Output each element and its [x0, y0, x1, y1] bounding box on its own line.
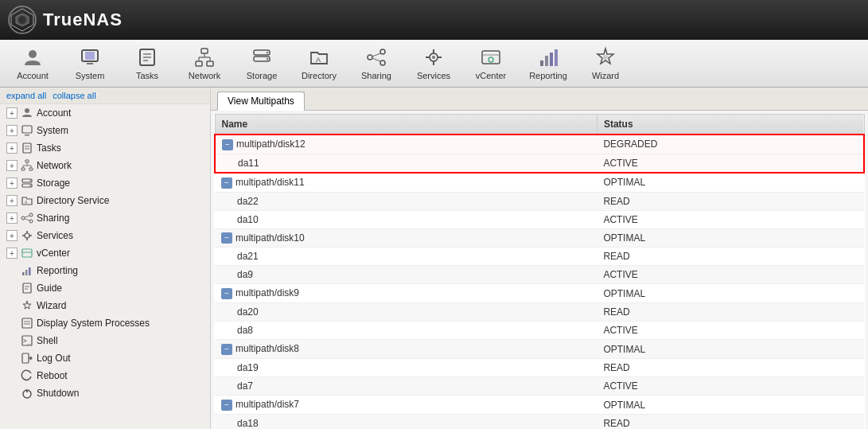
sidebar-storage-label: Storage [37, 177, 70, 189]
expand-icon-network[interactable]: + [6, 160, 18, 171]
collapse-icon[interactable]: − [221, 232, 232, 244]
toolbar-tasks[interactable]: Tasks [119, 42, 176, 85]
toolbar-directory[interactable]: A Directory [290, 42, 348, 85]
table-row: da18READ [215, 414, 864, 429]
table-row: da9ACTIVE [215, 266, 864, 284]
sidebar-item-tasks[interactable]: + Tasks [0, 139, 210, 157]
toolbar-network-label: Network [189, 71, 220, 80]
row-name: da21 [215, 248, 597, 266]
svg-rect-47 [25, 160, 29, 162]
row-name: da8 [215, 322, 597, 340]
expand-icon-services[interactable]: + [6, 230, 18, 241]
sidebar-item-guide[interactable]: Guide [0, 279, 210, 297]
sidebar-wizard-label: Wizard [37, 300, 66, 311]
toolbar-storage[interactable]: Storage [233, 42, 290, 85]
sidebar-item-shutdown[interactable]: Shutdown [0, 384, 210, 402]
svg-rect-49 [29, 168, 33, 170]
collapse-all-link[interactable]: collapse all [53, 91, 95, 100]
sidebar-item-network[interactable]: + Network [0, 157, 210, 174]
tasks-sidebar-icon [21, 142, 33, 154]
sidebar-item-services[interactable]: + Services [0, 227, 210, 244]
sidebar-item-account[interactable]: + Account [0, 104, 210, 122]
main-layout: expand all collapse all + Account + Syst… [0, 88, 868, 429]
row-status: OPTIMAL [597, 284, 864, 303]
sidebar-sharing-label: Sharing [37, 213, 69, 224]
row-name: −multipath/disk7 [215, 396, 597, 415]
row-status: READ [597, 303, 864, 322]
sidebar-item-reporting[interactable]: Reporting [0, 262, 210, 279]
sidebar-item-vcenter[interactable]: + vCenter [0, 244, 210, 262]
sidebar-item-storage[interactable]: + Storage [0, 174, 210, 192]
collapse-icon[interactable]: − [222, 139, 233, 150]
toolbar-account[interactable]: Account [4, 42, 61, 85]
svg-rect-48 [21, 168, 25, 170]
toolbar-wizard[interactable]: Wizard [577, 42, 634, 85]
toolbar-services[interactable]: Services [405, 42, 462, 85]
storage-icon [251, 46, 273, 68]
expand-icon-vcenter[interactable]: + [6, 248, 18, 259]
reboot-sidebar-icon [21, 369, 33, 382]
svg-rect-5 [87, 63, 93, 64]
shutdown-sidebar-icon [21, 387, 33, 400]
toolbar-wizard-label: Wizard [592, 71, 619, 80]
sharing-sidebar-icon [21, 212, 33, 224]
svg-line-63 [25, 219, 29, 220]
sidebar-controls: expand all collapse all [0, 88, 210, 104]
toolbar-vcenter[interactable]: vCenter [462, 42, 520, 85]
expand-icon-storage[interactable]: + [6, 177, 18, 189]
svg-point-2 [29, 50, 37, 58]
sidebar-item-reboot[interactable]: Reboot [0, 367, 210, 384]
svg-rect-37 [545, 56, 548, 66]
processes-sidebar-icon [21, 317, 33, 330]
sidebar-item-system[interactable]: + System [0, 122, 210, 139]
tab-view-multipaths[interactable]: View Multipaths [217, 92, 305, 111]
row-name: da20 [215, 303, 597, 322]
row-status: READ [597, 414, 864, 429]
directory-icon: A [308, 46, 330, 68]
toolbar-services-label: Services [417, 71, 450, 80]
sidebar-item-sharing[interactable]: + Sharing [0, 209, 210, 227]
sidebar-account-label: Account [37, 107, 71, 119]
expand-icon-system[interactable]: + [6, 125, 18, 136]
sidebar-shell-label: Shell [37, 335, 58, 346]
collapse-icon[interactable]: − [221, 288, 232, 299]
row-name: da10 [215, 210, 597, 228]
system-sidebar-icon [21, 124, 33, 137]
tab-bar: View Multipaths [211, 88, 868, 111]
expand-icon-account[interactable]: + [6, 107, 18, 119]
expand-icon-tasks[interactable]: + [6, 142, 18, 154]
svg-point-19 [267, 52, 269, 54]
svg-rect-10 [201, 49, 208, 53]
sidebar-item-display-processes[interactable]: Display System Processes [0, 314, 210, 332]
table-row: da19READ [215, 359, 864, 377]
sidebar-item-directory-service[interactable]: + A Directory Service [0, 192, 210, 209]
svg-rect-71 [22, 272, 25, 275]
sidebar-shutdown-label: Shutdown [37, 388, 79, 399]
svg-rect-4 [85, 52, 95, 60]
table-row: da7ACTIVE [215, 377, 864, 396]
expand-icon-sharing[interactable]: + [6, 213, 18, 224]
svg-point-22 [380, 49, 385, 54]
row-status: OPTIMAL [597, 228, 864, 248]
wizard-sidebar-icon [21, 299, 33, 312]
expand-icon-directory[interactable]: + [6, 195, 18, 206]
expand-all-link[interactable]: expand all [6, 91, 46, 100]
sidebar-item-logout[interactable]: Log Out [0, 349, 210, 367]
toolbar-network[interactable]: Network [176, 42, 233, 85]
collapse-icon[interactable]: − [221, 177, 232, 189]
table-row: −multipath/disk8OPTIMAL [215, 340, 864, 359]
sharing-icon [365, 46, 387, 68]
sidebar-item-wizard[interactable]: Wizard [0, 297, 210, 314]
toolbar-reporting[interactable]: Reporting [520, 42, 577, 85]
svg-point-60 [21, 216, 25, 220]
row-status: ACTIVE [597, 322, 864, 340]
collapse-icon[interactable]: − [221, 344, 232, 355]
row-status: ACTIVE [597, 210, 864, 228]
toolbar-sharing[interactable]: Sharing [348, 42, 405, 85]
table-container: Name Status −multipath/disk12DEGRADEDda1… [211, 111, 868, 429]
collapse-icon[interactable]: − [221, 400, 232, 411]
toolbar-system[interactable]: System [61, 42, 119, 85]
svg-point-64 [25, 233, 29, 238]
sidebar-item-shell[interactable]: >_ Shell [0, 332, 210, 349]
reporting-sidebar-icon [21, 264, 33, 277]
